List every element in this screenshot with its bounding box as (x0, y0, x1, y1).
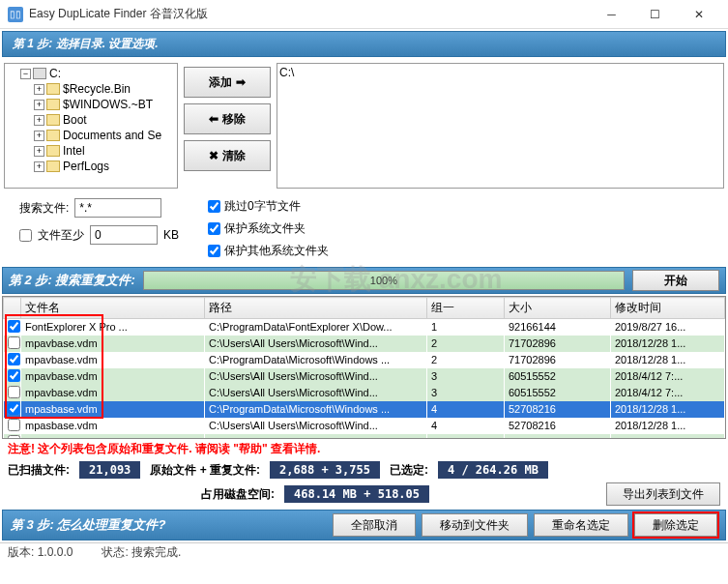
cell-group: 2 (427, 352, 505, 368)
row-checkbox[interactable] (8, 435, 20, 440)
cell-group: 3 (427, 368, 505, 385)
row-checkbox[interactable] (8, 419, 20, 431)
cell-name: mpavbase.vdm (21, 336, 205, 352)
skip-zero-checkbox[interactable] (208, 200, 220, 213)
orig-dup-label: 原始文件 + 重复文件: (150, 462, 260, 479)
table-row[interactable]: mpasbase.vdmC:\Users\All Users\Microsoft… (4, 418, 725, 434)
cell-size: 60515552 (505, 385, 611, 401)
col-size[interactable]: 大小 (505, 298, 611, 319)
min-size-checkbox[interactable] (19, 229, 32, 242)
progress-text: 100% (144, 272, 624, 289)
app-icon: ▯▯ (8, 7, 23, 22)
collapse-icon[interactable]: − (20, 69, 31, 79)
skip-zero-option[interactable]: 跳过0字节文件 (208, 198, 329, 215)
cell-name: mpasbase.vdm (21, 401, 205, 418)
warning-text: 注意! 这个列表包含原始和重复文件. 请阅读 "帮助" 查看详情. (0, 439, 728, 459)
cancel-all-button[interactable]: 全部取消 (333, 513, 416, 537)
table-row[interactable]: mpavbase.vdmC:\Users\All Users\Microsoft… (4, 336, 725, 352)
start-button[interactable]: 开始 (632, 270, 719, 291)
tree-label: PerfLogs (63, 160, 109, 173)
table-row[interactable]: mpavbase.vdmC:\Users\All Users\Microsoft… (4, 385, 725, 401)
col-path[interactable]: 路径 (205, 298, 427, 319)
row-checkbox[interactable] (8, 320, 20, 333)
tree-label: $WINDOWS.~BT (63, 98, 153, 111)
min-size-input[interactable] (90, 225, 158, 245)
tree-label: Boot (63, 113, 87, 127)
expand-icon[interactable]: + (34, 131, 44, 141)
row-checkbox[interactable] (8, 369, 20, 382)
table-row[interactable]: mpasbase.vdmC:\Users\All Users\Microsoft… (4, 434, 725, 440)
tree-node[interactable]: +PerfLogs (34, 159, 175, 174)
close-button[interactable]: ✕ (677, 1, 720, 28)
tree-label: $Recycle.Bin (63, 82, 131, 96)
search-pattern-label: 搜索文件: (19, 200, 69, 217)
rename-selected-button[interactable]: 重命名选定 (534, 513, 628, 537)
folder-icon (46, 130, 60, 141)
step3-row: 第 3 步: 怎么处理重复文件? 全部取消 移动到文件夹 重命名选定 删除选定 (2, 510, 726, 540)
tree-node[interactable]: +Documents and Se (34, 128, 175, 143)
table-row[interactable]: mpavbase.vdmC:\ProgramData\Microsoft\Win… (4, 352, 725, 368)
folder-tree[interactable]: − C: +$Recycle.Bin+$WINDOWS.~BT+Boot+Doc… (4, 63, 178, 189)
cell-name: mpavbase.vdm (21, 385, 205, 401)
minimize-button[interactable]: ─ (590, 1, 633, 28)
cell-size: 92166144 (505, 319, 611, 336)
row-checkbox[interactable] (8, 336, 20, 349)
expand-icon[interactable]: + (34, 100, 44, 110)
selected-value: 4 / 264.26 MB (438, 461, 548, 479)
cell-mtime: 2018/12/28 1... (611, 418, 725, 434)
col-mtime[interactable]: 修改时间 (611, 298, 725, 319)
path-item[interactable]: C:\ (279, 66, 721, 79)
col-check[interactable] (4, 298, 21, 319)
protect-sys-checkbox[interactable] (208, 222, 220, 235)
cell-name: mpavbase.vdm (21, 368, 205, 385)
tree-node[interactable]: +Boot (34, 112, 175, 128)
results-table[interactable]: 文件名 路径 组一 大小 修改时间 FontExplorer X Pro ...… (3, 297, 725, 439)
cell-path: C:\Users\All Users\Microsoft\Wind... (205, 434, 427, 440)
search-pattern-input[interactable] (74, 198, 161, 218)
expand-icon[interactable]: + (34, 84, 44, 95)
tree-node[interactable]: +$WINDOWS.~BT (34, 97, 175, 112)
clear-button[interactable]: ✖ 清除 (184, 140, 271, 171)
cell-group: 3 (427, 385, 505, 401)
cell-size: 52708216 (505, 418, 611, 434)
table-row[interactable]: mpasbase.vdmC:\ProgramData\Microsoft\Win… (4, 401, 725, 418)
window-controls: ─ ☐ ✕ (590, 1, 720, 28)
folder-icon (46, 99, 60, 110)
cell-path: C:\ProgramData\FontExplorer X\Dow... (205, 319, 427, 336)
disk-label: 占用磁盘空间: (201, 486, 275, 503)
add-button[interactable]: 添加 ➡ (184, 67, 271, 98)
row-checkbox[interactable] (8, 353, 20, 365)
remove-button[interactable]: ⬅ 移除 (184, 103, 271, 134)
state-value: 搜索完成. (131, 545, 181, 559)
protect-sys-option[interactable]: 保护系统文件夹 (208, 220, 329, 237)
cell-mtime: 2019/8/27 16... (611, 319, 725, 336)
tree-node-root[interactable]: − C: (20, 66, 175, 81)
table-row[interactable]: mpavbase.vdmC:\Users\All Users\Microsoft… (4, 368, 725, 385)
tree-node[interactable]: +$Recycle.Bin (34, 81, 175, 97)
tree-label: Documents and Se (63, 129, 161, 142)
export-button[interactable]: 导出列表到文件 (606, 482, 720, 506)
cell-group: 4 (427, 418, 505, 434)
row-checkbox[interactable] (8, 386, 20, 398)
cell-size: 71702896 (505, 352, 611, 368)
cell-mtime: 2018/4/12 7:... (611, 368, 725, 385)
folder-icon (46, 114, 60, 126)
state-label: 状态: (102, 545, 128, 559)
version-value: 1.0.0.0 (38, 545, 73, 559)
options-panel: 搜索文件: 文件至少 KB 跳过0字节文件 保护系统文件夹 保护其他系统文件夹 (0, 192, 728, 265)
move-to-folder-button[interactable]: 移动到文件夹 (422, 513, 528, 537)
row-checkbox[interactable] (8, 402, 20, 415)
expand-icon[interactable]: + (34, 161, 44, 172)
delete-selected-button[interactable]: 删除选定 (634, 513, 717, 537)
maximize-button[interactable]: ☐ (633, 1, 677, 28)
protect-other-option[interactable]: 保护其他系统文件夹 (208, 243, 329, 259)
cell-group: 4 (427, 401, 505, 418)
tree-node[interactable]: +Intel (34, 143, 175, 159)
protect-other-checkbox[interactable] (208, 245, 220, 257)
expand-icon[interactable]: + (34, 146, 44, 157)
selected-paths-list[interactable]: C:\ (277, 63, 724, 189)
expand-icon[interactable]: + (34, 115, 44, 126)
col-group[interactable]: 组一 (427, 298, 505, 319)
col-name[interactable]: 文件名 (21, 298, 205, 319)
table-row[interactable]: FontExplorer X Pro ...C:\ProgramData\Fon… (4, 319, 725, 336)
